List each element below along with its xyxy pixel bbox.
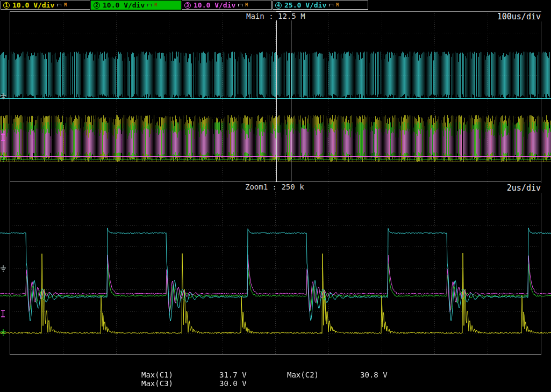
channel2-badge[interactable]: 2 10.0 V/div M [91, 1, 181, 10]
measurement-c3-value: 30.0 V [219, 379, 247, 388]
channel1-number-icon: 1 [3, 2, 10, 9]
impedance-icon: M [336, 3, 339, 8]
main-timebase[interactable]: 100us/div [496, 12, 542, 21]
impedance-icon: M [64, 3, 67, 8]
oscilloscope-screen: { "header": { "channels": [ {"badge":"1"… [0, 0, 551, 392]
channel3-scale: 10.0 V/div [194, 1, 235, 9]
channel4-number-icon: 4 [275, 2, 282, 9]
channel3-number-icon: 3 [184, 2, 191, 9]
channel2-number-icon: 2 [94, 2, 100, 9]
main-record-label: Main : 12.5 M [245, 12, 307, 20]
measurement-c1-label: Max(C1) [141, 371, 173, 379]
waveform-display [0, 0, 551, 392]
channel3-badge[interactable]: 3 10.0 V/div M [182, 1, 272, 10]
measurement-c2-value: 30.8 V [360, 371, 388, 379]
channel4-badge[interactable]: 4 25.0 V/div M [273, 1, 368, 10]
measurement-c2-label: Max(C2) [287, 371, 319, 379]
measurement-c3-label: Max(C3) [141, 379, 173, 388]
measurement-c1-value: 31.7 V [219, 371, 247, 379]
impedance-icon: M [245, 3, 248, 8]
channel2-scale: 10.0 V/div [103, 1, 145, 9]
dc-coupling-icon [329, 4, 333, 6]
channel1-scale: 10.0 V/div [12, 1, 54, 9]
channel4-scale: 25.0 V/div [284, 1, 326, 9]
channel1-badge[interactable]: 1 10.0 V/div M [1, 1, 90, 10]
dc-coupling-icon [238, 4, 242, 6]
zoom-record-label: Zoom1 : 250 k [244, 183, 306, 191]
dc-coupling-icon [147, 4, 152, 6]
dc-coupling-icon [57, 4, 61, 6]
impedance-icon: M [154, 3, 157, 8]
zoom-timebase[interactable]: 2us/div [505, 183, 542, 193]
